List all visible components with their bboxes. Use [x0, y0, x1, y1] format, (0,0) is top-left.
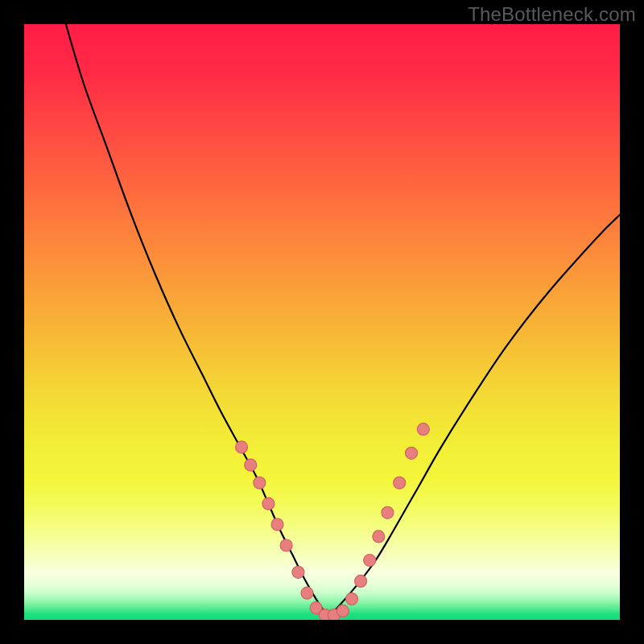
curve-svg — [24, 24, 620, 620]
chart-frame: TheBottleneck.com — [0, 0, 644, 644]
data-dot — [236, 441, 248, 453]
data-dot — [262, 497, 275, 510]
data-dot — [355, 575, 367, 587]
left-curve — [66, 24, 328, 617]
data-dot — [292, 566, 304, 578]
data-dot — [373, 530, 385, 543]
data-dot — [245, 459, 257, 471]
data-dots — [236, 423, 430, 620]
data-dot — [394, 477, 406, 489]
plot-area — [24, 24, 620, 620]
data-dot — [382, 506, 394, 518]
data-dot — [417, 423, 429, 436]
data-dot — [346, 593, 358, 605]
data-dot — [271, 518, 283, 530]
data-dot — [254, 477, 266, 489]
watermark-text: TheBottleneck.com — [468, 3, 636, 26]
data-dot — [406, 447, 418, 459]
data-dot — [280, 539, 292, 551]
data-dot — [301, 587, 313, 599]
data-dot — [336, 605, 349, 617]
data-dot — [364, 555, 376, 567]
